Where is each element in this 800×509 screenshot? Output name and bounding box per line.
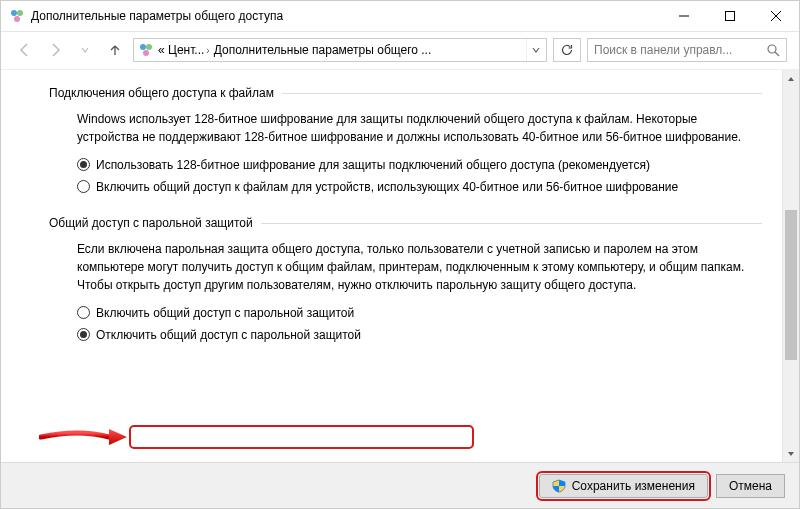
divider: [282, 93, 762, 94]
radio-label: Включить общий доступ к файлам для устро…: [96, 178, 762, 196]
radio-label: Включить общий доступ с парольной защито…: [96, 304, 762, 322]
radio-option-encryption-128[interactable]: Использовать 128-битное шифрование для з…: [77, 156, 762, 174]
titlebar: Дополнительные параметры общего доступа: [1, 1, 799, 32]
svg-point-1: [17, 10, 23, 16]
scroll-down-button[interactable]: [783, 445, 799, 462]
maximize-button[interactable]: [707, 1, 753, 31]
scroll-up-button[interactable]: [783, 70, 799, 87]
svg-point-8: [146, 44, 152, 50]
shield-icon: [552, 479, 566, 493]
app-icon: [9, 8, 25, 24]
button-label: Сохранить изменения: [572, 479, 695, 493]
address-bar[interactable]: « Цент... › Дополнительные параметры общ…: [133, 38, 547, 62]
radio-option-encryption-40-56[interactable]: Включить общий доступ к файлам для устро…: [77, 178, 762, 196]
close-button[interactable]: [753, 1, 799, 31]
search-icon: [767, 44, 780, 57]
nav-forward-button[interactable]: [43, 38, 67, 62]
nav-back-button[interactable]: [13, 38, 37, 62]
breadcrumb-segment[interactable]: « Цент...: [158, 43, 204, 57]
section-description: Если включена парольная защита общего до…: [77, 240, 762, 294]
section-title: Общий доступ с парольной защитой: [49, 216, 253, 230]
svg-line-11: [775, 52, 779, 56]
window-title: Дополнительные параметры общего доступа: [31, 9, 661, 23]
divider: [261, 223, 762, 224]
svg-point-2: [14, 16, 20, 22]
radio-label: Отключить общий доступ с парольной защит…: [96, 326, 762, 344]
footer: Сохранить изменения Отмена: [1, 462, 799, 508]
section-description: Windows использует 128-битное шифрование…: [77, 110, 762, 146]
radio-label: Использовать 128-битное шифрование для з…: [96, 156, 762, 174]
breadcrumb[interactable]: Дополнительные параметры общего ...: [214, 43, 432, 57]
section-title: Подключения общего доступа к файлам: [49, 86, 274, 100]
search-input[interactable]: Поиск в панели управл...: [587, 38, 787, 62]
radio-icon: [77, 158, 90, 171]
section-header: Подключения общего доступа к файлам: [49, 86, 762, 100]
address-dropdown[interactable]: [526, 39, 544, 61]
radio-icon: [77, 306, 90, 319]
scrollbar-thumb[interactable]: [785, 210, 797, 360]
radio-icon: [77, 328, 90, 341]
vertical-scrollbar[interactable]: [782, 70, 799, 462]
breadcrumb-segment[interactable]: Дополнительные параметры общего ...: [214, 43, 432, 57]
cancel-button[interactable]: Отмена: [716, 474, 785, 498]
nav-up-button[interactable]: [103, 38, 127, 62]
radio-icon: [77, 180, 90, 193]
content-area: Подключения общего доступа к файлам Wind…: [1, 69, 799, 462]
chevron-right-icon: ›: [206, 45, 209, 56]
svg-rect-4: [726, 12, 735, 21]
search-placeholder: Поиск в панели управл...: [594, 43, 763, 57]
nav-recent-dropdown[interactable]: [73, 38, 97, 62]
radio-option-password-on[interactable]: Включить общий доступ с парольной защито…: [77, 304, 762, 322]
nav-row: « Цент... › Дополнительные параметры общ…: [1, 32, 799, 68]
button-label: Отмена: [729, 479, 772, 493]
svg-point-7: [140, 44, 146, 50]
section-header: Общий доступ с парольной защитой: [49, 216, 762, 230]
svg-point-9: [143, 50, 149, 56]
minimize-button[interactable]: [661, 1, 707, 31]
svg-point-10: [768, 45, 776, 53]
address-icon: [138, 42, 154, 58]
radio-option-password-off[interactable]: Отключить общий доступ с парольной защит…: [77, 326, 762, 344]
refresh-button[interactable]: [553, 38, 581, 62]
save-changes-button[interactable]: Сохранить изменения: [539, 474, 708, 498]
breadcrumb[interactable]: « Цент... ›: [158, 43, 210, 57]
svg-point-0: [11, 10, 17, 16]
